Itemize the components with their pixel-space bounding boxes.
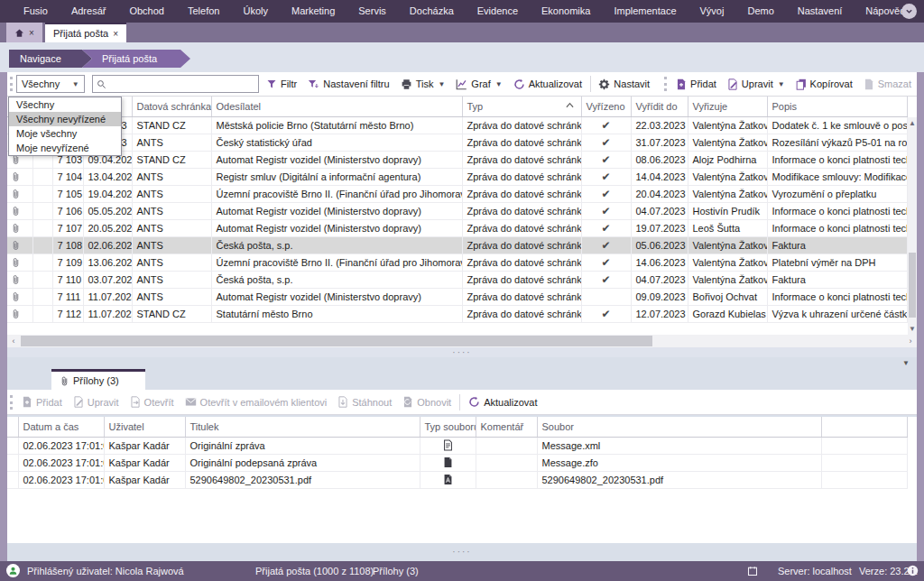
copy-button[interactable]: Kopírovat	[790, 74, 858, 94]
delete-button[interactable]: Smazat	[858, 74, 917, 94]
menu-item-fusio[interactable]: Fusio	[12, 0, 60, 23]
menu-item-marketing[interactable]: Marketing	[280, 0, 346, 23]
attachment-download-button[interactable]: Stáhnout	[332, 392, 397, 412]
col-komentar[interactable]: Komentář	[476, 417, 537, 437]
menu-item-ukoly[interactable]: Úkoly	[231, 0, 280, 23]
copy-icon	[796, 78, 807, 90]
col-vyridit-do[interactable]: Vyřídit do	[631, 97, 688, 116]
col-typ[interactable]: Typ	[462, 97, 581, 116]
filter-combobox[interactable]: Všechny ▼	[16, 75, 85, 93]
tab-prijata-posta[interactable]: Přijatá pošta ×	[45, 23, 126, 42]
col-uzivatel[interactable]: Uživatel	[104, 417, 185, 437]
horizontal-scrollbar[interactable]: ‹ ›	[7, 335, 917, 347]
col-vyrizeno[interactable]: Vyřízeno	[581, 97, 631, 116]
toolbar-drag-handle[interactable]	[10, 77, 13, 91]
scroll-up-icon[interactable]: ▲	[908, 119, 917, 127]
tab-close-icon[interactable]: ×	[113, 29, 118, 39]
table-row[interactable]: 7 10519.04.2023ANTSÚzemní pracoviště Brn…	[7, 185, 907, 202]
menu-item-dochazka[interactable]: Docházka	[398, 0, 466, 23]
attachment-add-button[interactable]: Přidat	[16, 392, 68, 412]
tab-attachments[interactable]: Přílohy (3)	[51, 369, 145, 390]
search-input-wrap[interactable]	[92, 75, 259, 93]
col-titulek[interactable]: Titulek	[185, 417, 420, 437]
table-row[interactable]: 7 10309.04.2023STAND CZAutomat Registr v…	[7, 151, 907, 168]
attachment-edit-button[interactable]: Upravit	[68, 392, 125, 412]
filter-option[interactable]: Všechny nevyřízené	[9, 112, 121, 126]
scroll-right-icon[interactable]: ›	[904, 337, 917, 346]
attachment-row[interactable]: 02.06.2023 17:01:04Kašpar KadárOrigináln…	[7, 454, 907, 471]
chart-button[interactable]: Graf▼	[450, 74, 507, 94]
add-button[interactable]: Přidat	[670, 74, 722, 94]
breadcrumb-navigace[interactable]: Navigace	[9, 50, 92, 68]
menu-item-vyvoj[interactable]: Vývoj	[688, 0, 736, 23]
search-input[interactable]	[110, 78, 254, 89]
col-odesilatel[interactable]: Odesílatel	[211, 97, 462, 116]
menu-item-implementace[interactable]: Implementace	[602, 0, 688, 23]
attachment-row[interactable]: 02.06.2023 17:01:04Kašpar KadárOrigináln…	[7, 437, 907, 454]
attachment-refresh-button[interactable]: Aktualizovat	[463, 392, 542, 412]
toolbar-drag-handle[interactable]	[664, 77, 667, 91]
bottom-splitter[interactable]: ····	[7, 543, 917, 561]
filter-option[interactable]: Moje všechny	[9, 126, 121, 141]
collapse-panel-icon[interactable]: ▼	[902, 359, 910, 367]
menu-item-servis[interactable]: Servis	[346, 0, 398, 23]
table-row[interactable]: 7 11003.07.2023ANTSČeská pošta, s.p.Zprá…	[7, 271, 907, 288]
datova-schranka-cell: ANTS	[132, 134, 211, 151]
filter-option[interactable]: Všechny	[9, 97, 121, 112]
chevron-down-icon: ▼	[438, 80, 445, 88]
col-vyrizuje[interactable]: Vyřizuje	[688, 97, 767, 116]
menu-item-telefon[interactable]: Telefon	[176, 0, 231, 23]
menu-item-demo[interactable]: Demo	[735, 0, 785, 23]
attachment-restore-button[interactable]: Obnovit	[397, 392, 457, 412]
number-cell: 7 111	[52, 288, 83, 305]
filter-option[interactable]: Moje nevyřízené	[9, 141, 121, 155]
tab-home[interactable]: ×	[6, 23, 42, 42]
vertical-scroll-thumb[interactable]	[909, 253, 916, 318]
toolbar-drag-handle[interactable]	[10, 395, 13, 410]
filter-button[interactable]: Filtr	[261, 74, 302, 94]
table-row[interactable]: 3ANTSČeský statistický úřadZpráva do dat…	[7, 134, 907, 151]
print-button[interactable]: Tisk▼	[395, 74, 451, 94]
tab-home-close-icon[interactable]: ×	[29, 28, 34, 38]
info-icon[interactable]	[907, 565, 919, 576]
menu-collapse-button[interactable]	[901, 4, 917, 19]
menu-item-evidence[interactable]: Evidence	[466, 0, 530, 23]
blank-cell	[32, 202, 52, 219]
table-row[interactable]: 7 10720.05.2023ANTSAutomat Registr vozid…	[7, 219, 907, 236]
vertical-scrollbar[interactable]: ▲ ▼	[908, 117, 917, 335]
table-row[interactable]: 7 10605.05.2023ANTSAutomat Registr vozid…	[7, 202, 907, 219]
table-row[interactable]: 3STAND CZMěstská policie Brno (Statutárn…	[7, 116, 907, 134]
attachment-open-button[interactable]: Otevřít	[125, 392, 180, 412]
table-row[interactable]: 7 10413.04.2023ANTSRegistr smluv (Digitá…	[7, 168, 907, 185]
table-row[interactable]: 7 11211.07.2023STAND CZStatutární město …	[7, 305, 907, 322]
edit-button[interactable]: Upravit▼	[722, 74, 790, 94]
calendar-icon[interactable]	[747, 566, 758, 576]
menu-item-nastaveni[interactable]: Nastavení	[786, 0, 855, 23]
col-typ-souboru[interactable]: Typ souboru	[420, 417, 476, 437]
refresh-button[interactable]: Aktualizovat	[508, 74, 587, 94]
col-soubor[interactable]: Soubor	[537, 417, 821, 437]
number-cell: 7 107	[52, 219, 83, 236]
col-datova-schranka[interactable]: Datová schránka	[132, 97, 211, 116]
settings-button[interactable]: Nastavit	[593, 74, 655, 94]
filter-settings-button[interactable]: Nastavení filtru	[302, 74, 394, 94]
table-row[interactable]: 7 10802.06.2023ANTSČeská pošta, s.p.Zprá…	[7, 236, 907, 254]
table-row[interactable]: 7 10913.06.2023ANTSÚzemní pracoviště Brn…	[7, 254, 907, 271]
table-row[interactable]: 7 11111.07.2023ANTSAutomat Registr vozid…	[7, 288, 907, 305]
col-datum[interactable]: Datum a čas	[18, 417, 104, 437]
panel-splitter[interactable]: ····	[7, 347, 917, 357]
attachment-open-email-button[interactable]: Otevřít v emailovém klientovi	[180, 392, 333, 412]
scroll-left-icon[interactable]: ‹	[7, 337, 20, 346]
attachment-row[interactable]: 02.06.2023 17:01:04Kašpar Kadár529064980…	[7, 471, 907, 488]
settings-button-label: Nastavit	[614, 78, 650, 89]
add-record-icon	[22, 396, 32, 408]
menu-item-ekonomika[interactable]: Ekonomika	[530, 0, 602, 23]
odesilatel-cell: Územní pracoviště Brno II. (Finanční úřa…	[211, 254, 462, 271]
menu-item-adresar[interactable]: Adresář	[60, 0, 118, 23]
breadcrumb-label: Přijatá pošta	[102, 53, 157, 64]
col-popis[interactable]: Popis	[767, 97, 907, 116]
menu-item-obchod[interactable]: Obchod	[117, 0, 176, 23]
scroll-down-icon[interactable]: ▼	[908, 325, 917, 333]
breadcrumb-prijata-posta[interactable]: Přijatá pošta	[82, 50, 190, 68]
horizontal-scroll-thumb[interactable]	[21, 336, 652, 346]
